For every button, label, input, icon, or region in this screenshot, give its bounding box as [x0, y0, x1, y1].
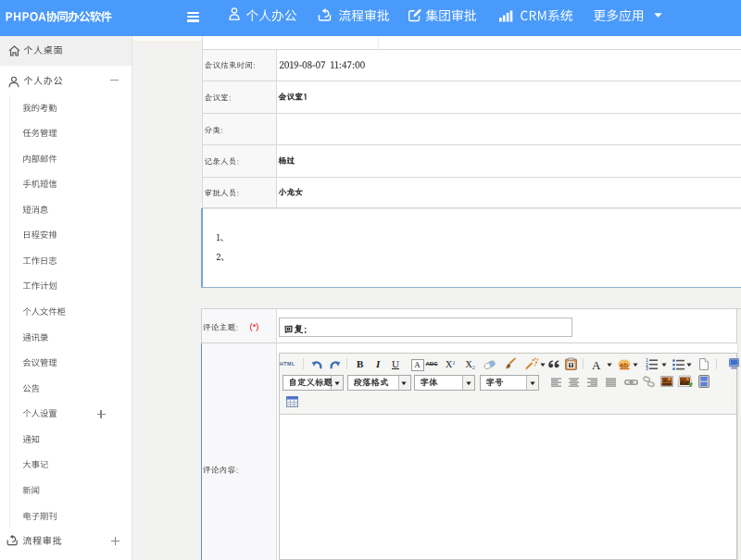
svg-text:ab: ab	[620, 361, 628, 369]
svg-text:3: 3	[646, 367, 648, 370]
